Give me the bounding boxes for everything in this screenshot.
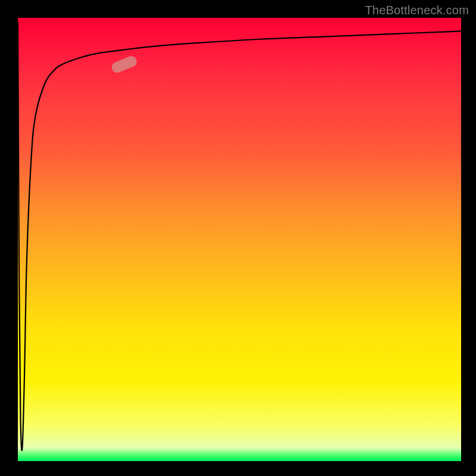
curve-svg [18,18,461,461]
chart-stage: TheBottleneck.com [0,0,476,476]
bottleneck-curve [18,22,461,450]
marker-pill [110,55,139,74]
watermark-text: TheBottleneck.com [365,4,469,17]
plot-area [18,18,461,461]
curve-marker [110,55,139,74]
